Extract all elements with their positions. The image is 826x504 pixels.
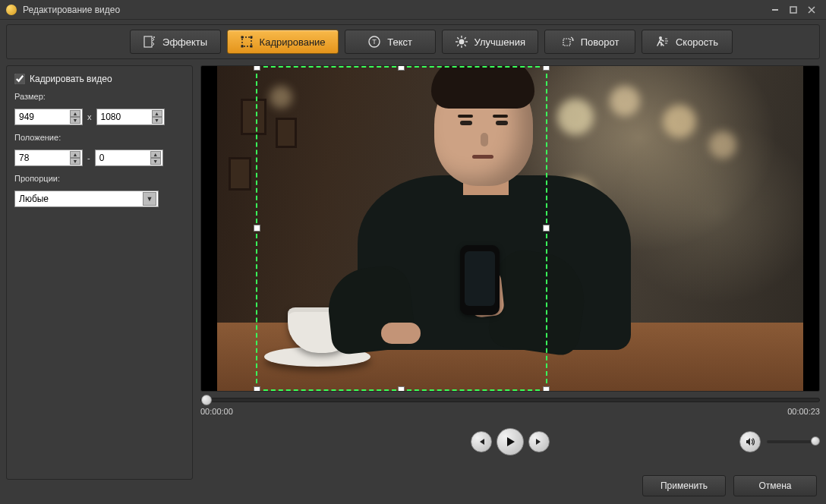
tab-rotate[interactable]: Поворот xyxy=(544,30,635,54)
maximize-button[interactable] xyxy=(785,3,802,17)
crop-handle-top-right[interactable] xyxy=(543,66,550,71)
svg-line-19 xyxy=(457,45,459,46)
chevron-down-icon[interactable]: ▼ xyxy=(143,192,156,206)
timeline: 00:00:00 00:00:23 xyxy=(200,398,820,421)
spinner-up-icon[interactable]: ▲ xyxy=(70,110,80,117)
seek-thumb[interactable] xyxy=(201,395,212,405)
svg-rect-20 xyxy=(563,39,570,46)
spinner-down-icon[interactable]: ▼ xyxy=(70,117,80,124)
svg-point-11 xyxy=(459,39,464,45)
crop-settings-panel: Кадрировать видео Размер: 949 ▲▼ x 1080 … xyxy=(6,65,193,480)
crop-handle-bottom-right[interactable] xyxy=(543,386,550,391)
position-separator: - xyxy=(87,153,90,162)
spinner-up-icon[interactable]: ▲ xyxy=(70,151,80,158)
spinner-down-icon[interactable]: ▼ xyxy=(70,158,80,165)
volume-thumb[interactable] xyxy=(811,436,820,446)
svg-rect-7 xyxy=(241,46,243,48)
play-button[interactable] xyxy=(497,428,524,455)
letterbox xyxy=(803,66,819,391)
crop-handle-top-left[interactable] xyxy=(254,66,260,71)
tab-crop[interactable]: Кадрирование xyxy=(227,30,339,54)
size-width-value: 949 xyxy=(19,112,70,122)
cancel-label: Отмена xyxy=(758,480,791,491)
svg-rect-8 xyxy=(250,46,252,48)
crop-handle-bottom-left[interactable] xyxy=(254,386,260,391)
position-y-value: 0 xyxy=(99,153,150,163)
tab-label: Эффекты xyxy=(162,36,207,48)
minimize-button[interactable] xyxy=(767,3,783,17)
time-current: 00:00:00 xyxy=(200,407,233,416)
aspect-label: Пропорции: xyxy=(14,174,184,183)
tab-speed[interactable]: Скорость xyxy=(642,30,733,54)
brightness-icon xyxy=(455,35,468,49)
toolbar: Эффекты Кадрирование T Текст Улучшения П… xyxy=(0,20,826,65)
svg-rect-6 xyxy=(250,36,252,39)
apply-label: Применить xyxy=(660,480,708,491)
letterbox xyxy=(201,66,217,391)
position-y-input[interactable]: 0 ▲▼ xyxy=(95,150,163,166)
position-label: Положение: xyxy=(14,133,184,142)
size-height-value: 1080 xyxy=(101,112,152,122)
tab-label: Текст xyxy=(387,36,412,48)
time-total: 00:00:23 xyxy=(787,407,820,416)
window-title: Редактирование видео xyxy=(23,5,765,15)
crop-enable-checkbox[interactable]: Кадрировать видео xyxy=(14,74,184,84)
tab-enhance[interactable]: Улучшения xyxy=(442,30,538,54)
tab-label: Скорость xyxy=(676,36,718,48)
crop-handle-top-mid[interactable] xyxy=(398,66,405,71)
svg-line-17 xyxy=(464,45,465,46)
spinner-up-icon[interactable]: ▲ xyxy=(150,151,161,158)
player-controls xyxy=(200,427,820,457)
spinner-down-icon[interactable]: ▼ xyxy=(150,158,161,165)
crop-enable-input[interactable] xyxy=(14,74,25,84)
speed-icon xyxy=(656,35,670,49)
spinner-up-icon[interactable]: ▲ xyxy=(152,110,162,117)
svg-rect-2 xyxy=(144,36,152,47)
rotate-icon xyxy=(561,35,575,49)
seek-track[interactable] xyxy=(200,398,820,402)
size-separator: x xyxy=(87,112,92,121)
crop-handle-bottom-mid[interactable] xyxy=(398,386,405,391)
crop-handle-mid-right[interactable] xyxy=(543,225,550,232)
svg-rect-4 xyxy=(242,37,251,46)
tab-effects[interactable]: Эффекты xyxy=(130,30,221,54)
size-width-input[interactable]: 949 ▲▼ xyxy=(14,109,83,125)
svg-line-16 xyxy=(457,37,459,39)
svg-rect-0 xyxy=(772,9,778,11)
cancel-button[interactable]: Отмена xyxy=(733,475,817,496)
crop-icon xyxy=(240,35,254,49)
spinner-down-icon[interactable]: ▼ xyxy=(152,117,162,124)
crop-handle-mid-left[interactable] xyxy=(254,225,260,232)
text-icon: T xyxy=(367,35,381,49)
next-frame-button[interactable] xyxy=(528,431,550,452)
tab-text[interactable]: T Текст xyxy=(345,30,436,54)
video-preview[interactable] xyxy=(200,65,820,392)
tab-label: Кадрирование xyxy=(260,36,326,48)
apply-button[interactable]: Применить xyxy=(642,475,726,496)
svg-line-18 xyxy=(464,37,465,39)
aspect-ratio-value: Любые xyxy=(19,194,143,204)
titlebar: Редактирование видео xyxy=(0,0,826,20)
size-height-input[interactable]: 1080 ▲▼ xyxy=(96,109,165,125)
video-frame xyxy=(217,66,803,391)
svg-rect-1 xyxy=(790,7,796,13)
crop-enable-label: Кадрировать видео xyxy=(30,74,112,84)
aspect-ratio-select[interactable]: Любые ▼ xyxy=(14,191,159,207)
svg-point-3 xyxy=(153,36,155,38)
crop-rectangle[interactable] xyxy=(256,66,547,391)
size-label: Размер: xyxy=(14,92,184,101)
tab-label: Улучшения xyxy=(474,36,525,48)
dialog-footer: Применить Отмена xyxy=(642,475,817,496)
volume-slider[interactable] xyxy=(767,440,820,443)
volume-button[interactable] xyxy=(739,431,761,452)
svg-rect-5 xyxy=(241,36,243,39)
app-icon xyxy=(6,5,17,15)
position-x-value: 78 xyxy=(19,153,70,163)
position-x-input[interactable]: 78 ▲▼ xyxy=(14,150,83,166)
tab-label: Поворот xyxy=(581,36,620,48)
close-button[interactable] xyxy=(803,3,820,17)
svg-text:T: T xyxy=(372,38,377,46)
prev-frame-button[interactable] xyxy=(471,431,492,452)
sparkle-icon xyxy=(143,35,156,49)
